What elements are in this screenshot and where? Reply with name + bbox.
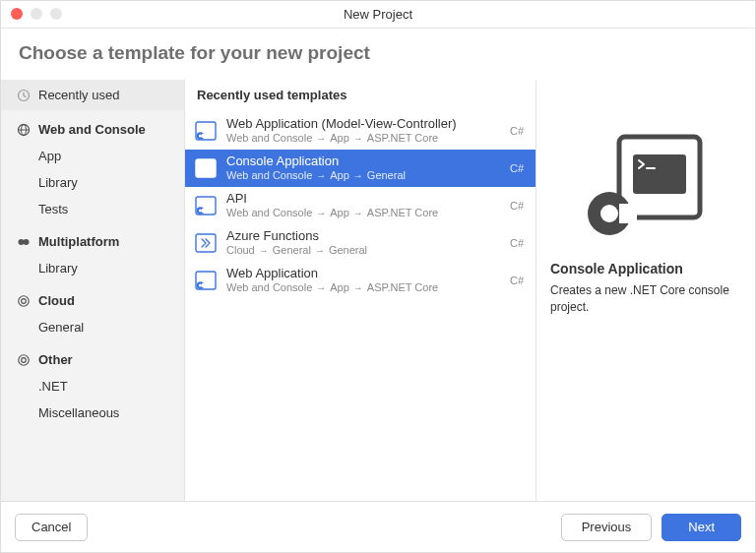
template-language: C# [510,237,526,249]
sidebar-item-app[interactable]: App [1,143,184,169]
chevron-right-icon: → [353,133,363,146]
sidebar-item-general[interactable]: General [1,314,184,340]
template-title: API [226,191,500,207]
svg-point-16 [199,171,202,174]
template-language: C# [510,275,526,286]
chevron-right-icon: → [316,282,326,295]
svg-rect-17 [202,171,206,175]
svg-point-25 [199,283,202,286]
svg-point-31 [600,205,618,222]
svg-rect-21 [202,209,206,213]
svg-point-8 [22,357,27,362]
chevron-right-icon: → [353,170,363,183]
sidebar-group-label: Cloud [38,293,75,308]
window-title: New Project [344,7,412,22]
chevron-right-icon: → [353,282,363,295]
svg-rect-13 [202,134,206,138]
template-icon [195,232,217,254]
template-title: Web Application (Model-View-Controller) [226,116,500,132]
chevron-right-icon: → [316,170,326,183]
sidebar-item-tests[interactable]: Tests [1,196,184,222]
template-list-panel: Recently used templates Web Application … [184,80,536,501]
template-list: Web Application (Model-View-Controller)W… [185,112,536,299]
minimize-window-icon [31,8,42,20]
template-language: C# [510,125,526,137]
svg-point-20 [199,209,202,212]
detail-description: Creates a new .NET Core console project. [550,282,741,316]
sidebar-group-web-console[interactable]: Web and Console [1,110,184,143]
sidebar-group-label: Multiplatform [38,234,119,249]
sidebar-item-library-mp[interactable]: Library [1,255,184,281]
template-item[interactable]: Web ApplicationWeb and Console→App→ASP.N… [185,262,536,299]
template-path: Cloud→General→General [226,244,500,258]
previous-button[interactable]: Previous [561,514,653,541]
sidebar-item-library[interactable]: Library [1,169,184,196]
detail-illustration [550,99,741,261]
chevron-right-icon: → [259,245,269,258]
heading-row: Choose a template for your new project [1,29,755,80]
template-text: Web ApplicationWeb and Console→App→ASP.N… [226,266,500,295]
template-path: Web and Console→App→ASP.NET Core [226,132,500,146]
cancel-button[interactable]: Cancel [15,514,88,541]
chevron-right-icon: → [315,245,325,258]
template-title: Console Application [226,154,500,169]
chevron-right-icon: → [316,208,326,220]
template-item[interactable]: Web Application (Model-View-Controller)W… [185,112,536,150]
template-text: Console ApplicationWeb and Console→App→G… [226,154,500,183]
sidebar-group-other[interactable]: Other [1,340,184,373]
sidebar-recently-used[interactable]: Recently used [1,80,184,110]
template-item[interactable]: Console ApplicationWeb and Console→App→G… [185,150,536,187]
template-item[interactable]: Azure FunctionsCloud→General→GeneralC# [185,224,536,262]
sidebar-group-label: Other [38,352,73,367]
template-path: Web and Console→App→ASP.NET Core [226,207,500,220]
titlebar: New Project [1,1,755,29]
next-button[interactable]: Next [662,514,741,541]
template-title: Web Application [226,266,500,281]
detail-panel: Console Application Creates a new .NET C… [536,80,755,501]
footer: Cancel Previous Next [1,501,755,552]
template-item[interactable]: APIWeb and Console→App→ASP.NET CoreC# [185,187,536,224]
svg-rect-28 [633,154,686,194]
template-path: Web and Console→App→General [226,169,500,183]
svg-point-9 [19,354,30,365]
template-icon [195,195,217,216]
globe-icon [17,123,31,137]
template-icon [195,270,217,291]
content: Recently used Web and Console App Librar… [1,80,755,501]
chevron-right-icon: → [353,208,363,220]
template-text: Azure FunctionsCloud→General→General [226,228,500,258]
sidebar-group-cloud[interactable]: Cloud [1,281,184,314]
template-text: Web Application (Model-View-Controller)W… [226,116,500,146]
zoom-window-icon [50,8,62,20]
svg-point-5 [24,239,30,245]
sidebar-item-misc[interactable]: Miscellaneous [1,399,184,426]
template-icon [195,157,217,179]
template-text: APIWeb and Console→App→ASP.NET Core [226,191,500,220]
svg-rect-32 [619,204,637,223]
sidebar-item-dotnet[interactable]: .NET [1,373,184,399]
sidebar-recently-used-label: Recently used [38,88,119,102]
sidebar-group-multiplatform[interactable]: Multiplatform [1,222,184,255]
window-controls [11,8,62,20]
svg-rect-26 [202,283,206,287]
app-icon [17,235,31,249]
cloud-icon [17,294,31,308]
template-icon [195,120,217,142]
other-icon [17,353,31,367]
clock-icon [17,89,31,102]
svg-point-7 [19,295,30,306]
detail-title: Console Application [550,261,683,276]
sidebar: Recently used Web and Console App Librar… [1,80,184,501]
template-path: Web and Console→App→ASP.NET Core [226,281,500,295]
template-title: Azure Functions [226,228,500,244]
template-language: C# [510,162,526,174]
template-language: C# [510,200,526,212]
sidebar-group-label: Web and Console [38,122,146,137]
template-list-heading: Recently used templates [185,80,536,112]
chevron-right-icon: → [316,133,326,146]
close-window-icon[interactable] [11,8,23,20]
svg-point-12 [199,134,202,137]
page-title: Choose a template for your new project [19,42,737,64]
svg-point-6 [22,298,27,303]
